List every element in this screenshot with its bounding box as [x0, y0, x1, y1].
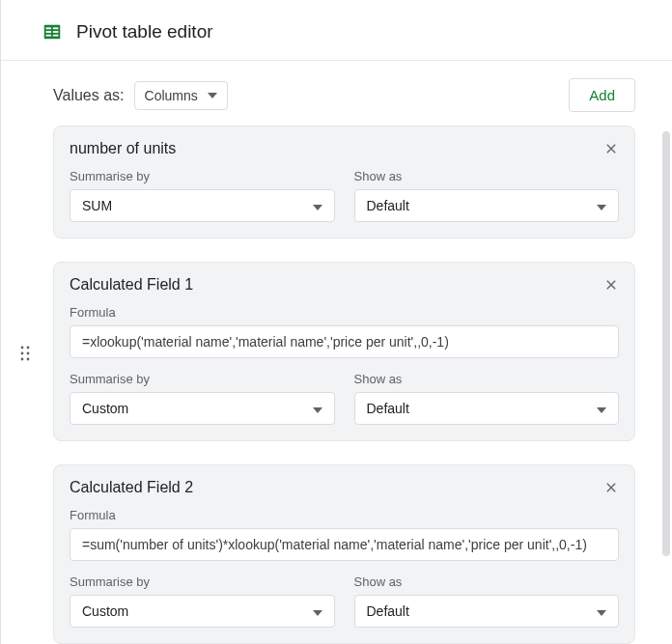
values-add-button[interactable]: Add	[569, 78, 635, 112]
summarise-select[interactable]: SUM	[70, 189, 335, 222]
svg-point-10	[27, 352, 30, 355]
showas-value: Default	[367, 198, 409, 213]
summarise-value: SUM	[82, 198, 112, 213]
sheets-icon	[42, 21, 63, 42]
card-title: number of units	[70, 140, 176, 157]
showas-label: Show as	[354, 372, 620, 386]
formula-input[interactable]	[70, 325, 619, 358]
svg-rect-1	[46, 27, 52, 29]
pivot-editor-panel: Pivot table editor Values as: Columns Ad…	[0, 0, 672, 644]
close-icon[interactable]	[603, 480, 619, 495]
values-as-left: Values as: Columns	[53, 81, 228, 110]
values-as-value: Columns	[145, 88, 198, 103]
summarise-label: Summarise by	[70, 169, 335, 183]
panel-title: Pivot table editor	[76, 21, 213, 42]
scrollbar[interactable]	[658, 58, 672, 644]
caret-down-icon	[597, 603, 606, 619]
caret-down-icon	[597, 401, 606, 416]
showas-value: Default	[367, 603, 409, 619]
svg-point-7	[21, 347, 24, 350]
summarise-label: Summarise by	[70, 372, 335, 386]
values-as-select[interactable]: Columns	[134, 81, 228, 110]
card-title: Calculated Field 1	[70, 276, 193, 294]
field-row: Summarise by Custom Show as Default	[70, 372, 619, 425]
caret-down-icon	[313, 401, 322, 416]
formula-field: Formula	[70, 305, 619, 358]
showas-label: Show as	[354, 574, 620, 589]
scrollbar-thumb[interactable]	[662, 131, 670, 556]
svg-rect-5	[46, 35, 52, 37]
card-title: Calculated Field 2	[70, 479, 193, 496]
summarise-select[interactable]: Custom	[70, 392, 335, 425]
svg-point-8	[27, 347, 30, 350]
card-head: Calculated Field 2	[70, 479, 619, 496]
showas-value: Default	[367, 401, 409, 416]
caret-down-icon	[313, 198, 322, 213]
svg-point-11	[21, 358, 24, 361]
svg-rect-2	[53, 27, 58, 29]
formula-input[interactable]	[70, 528, 619, 561]
showas-select[interactable]: Default	[354, 189, 620, 222]
formula-field: Formula	[70, 508, 619, 561]
value-card: Calculated Field 2 Formula Summarise by …	[53, 464, 635, 644]
summarise-field: Summarise by Custom	[70, 574, 335, 628]
formula-label: Formula	[70, 305, 619, 320]
summarise-field: Summarise by SUM	[70, 169, 335, 222]
values-as-row: Values as: Columns Add	[53, 78, 635, 112]
showas-select[interactable]: Default	[354, 595, 620, 628]
caret-down-icon	[597, 198, 606, 213]
card-head: number of units	[70, 140, 619, 157]
svg-rect-4	[53, 31, 58, 33]
showas-label: Show as	[354, 169, 620, 183]
value-card: Calculated Field 1 Formula Summarise by …	[53, 262, 635, 441]
showas-select[interactable]: Default	[354, 392, 620, 425]
showas-field: Show as Default	[354, 574, 620, 628]
panel-header: Pivot table editor	[1, 0, 672, 61]
panel-body: Values as: Columns Add number of units S…	[1, 61, 672, 644]
value-card: number of units Summarise by SUM Show as	[53, 126, 635, 238]
values-as-label: Values as:	[53, 87, 125, 104]
close-icon[interactable]	[603, 277, 619, 293]
close-icon[interactable]	[603, 141, 619, 156]
drag-handle-icon[interactable]	[20, 346, 30, 365]
summarise-value: Custom	[82, 603, 128, 619]
caret-down-icon	[313, 603, 322, 619]
field-row: Summarise by Custom Show as Default	[70, 574, 619, 628]
caret-down-icon	[208, 93, 217, 98]
field-row: Summarise by SUM Show as Default	[70, 169, 619, 222]
showas-field: Show as Default	[354, 372, 620, 425]
svg-rect-3	[46, 31, 52, 33]
svg-point-9	[21, 352, 24, 355]
formula-label: Formula	[70, 508, 619, 522]
summarise-label: Summarise by	[70, 574, 335, 589]
card-head: Calculated Field 1	[70, 276, 619, 294]
svg-point-12	[27, 358, 30, 361]
summarise-field: Summarise by Custom	[70, 372, 335, 425]
summarise-select[interactable]: Custom	[70, 595, 335, 628]
svg-rect-6	[53, 35, 58, 37]
showas-field: Show as Default	[354, 169, 620, 222]
summarise-value: Custom	[82, 401, 128, 416]
